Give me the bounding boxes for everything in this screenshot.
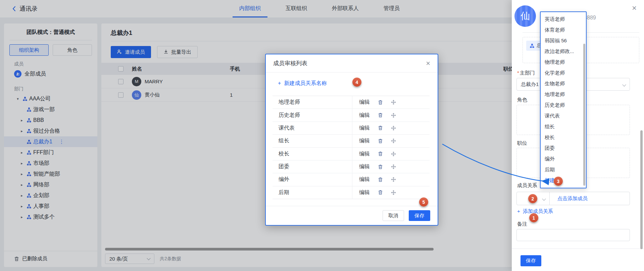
dropdown-option[interactable]: 历史老师: [541, 100, 586, 111]
org-icon: [530, 44, 534, 48]
edit-link[interactable]: 编辑: [359, 163, 370, 170]
annotation-badge-5: 5: [419, 197, 428, 207]
relation-name: 课代表: [273, 122, 352, 134]
dropdown-option[interactable]: 化学老师: [541, 67, 586, 78]
dropdown-option[interactable]: 编外: [541, 154, 586, 165]
edit-link[interactable]: 编辑: [359, 176, 370, 183]
remark-label: 备注: [517, 221, 527, 227]
relation-row: 校长编辑: [273, 148, 430, 161]
relation-row: 编外编辑: [273, 173, 430, 186]
annotation-badge-2: 2: [528, 194, 537, 203]
dropdown-option[interactable]: 团委: [541, 143, 586, 154]
dropdown-option[interactable]: 生物老师: [541, 78, 586, 89]
dropdown-option[interactable]: 物理老师: [541, 57, 586, 67]
relation-label: 成员关系: [517, 182, 537, 189]
dropdown-option[interactable]: 课代表: [541, 111, 586, 122]
relation-name: 后期: [273, 186, 352, 199]
move-icon[interactable]: [391, 113, 396, 118]
page-scrollbar[interactable]: [640, 130, 643, 249]
trash-icon[interactable]: [378, 164, 383, 170]
divider: [512, 249, 644, 249]
trash-icon[interactable]: [378, 100, 383, 105]
role-label: 角色: [517, 97, 527, 103]
edit-link[interactable]: 编辑: [359, 150, 370, 157]
relation-actions: 编辑: [352, 176, 396, 183]
new-relation-name-link[interactable]: + 新建成员关系名称: [278, 80, 327, 87]
new-relation-name-label: 新建成员关系名称: [284, 80, 327, 86]
relation-name: 历史老师: [273, 109, 352, 121]
avatar: 仙: [514, 5, 536, 27]
trash-icon[interactable]: [378, 151, 383, 156]
member-review-modal: 成员审核列表 × + 新建成员关系名称 地理老师编辑历史老师编辑课代表编辑组长编…: [265, 54, 438, 226]
primary-dept-value: 总裁办1: [521, 81, 539, 87]
drawer-close-icon[interactable]: ×: [632, 4, 637, 12]
required-asterisk: *: [517, 70, 519, 76]
move-icon[interactable]: [391, 177, 396, 182]
annotation-badge-4: 4: [352, 78, 361, 87]
relation-row: 历史老师编辑: [273, 109, 430, 122]
trash-icon[interactable]: [378, 138, 383, 144]
dropdown-option[interactable]: 体育老师: [541, 25, 586, 35]
modal-close-icon[interactable]: ×: [426, 60, 430, 67]
cancel-button[interactable]: 取消: [383, 210, 404, 221]
dropdown-option[interactable]: 英语老师: [541, 14, 586, 25]
relation-actions: 编辑: [352, 137, 396, 144]
trash-icon[interactable]: [378, 190, 383, 195]
edit-link[interactable]: 编辑: [359, 125, 370, 132]
relation-row: 组长编辑: [273, 135, 430, 147]
move-icon[interactable]: [391, 138, 396, 143]
relation-name: 编外: [273, 173, 352, 186]
move-icon[interactable]: [391, 100, 396, 105]
add-member-link[interactable]: 点击添加成员: [550, 192, 630, 205]
drawer-save-button[interactable]: 保存: [521, 255, 541, 266]
relation-dropdown: 英语老师体育老师韩国福 56政治老师政...物理老师化学老师生物老师地理老师历史…: [540, 11, 587, 188]
relation-row: 团委编辑: [273, 161, 430, 173]
remark-input[interactable]: [516, 229, 630, 241]
relation-row: 课代表编辑: [273, 122, 430, 135]
annotation-badge-1: 1: [529, 213, 538, 222]
dropdown-option[interactable]: 韩国福 56: [541, 35, 586, 46]
dropdown-option[interactable]: 政治老师政...: [541, 46, 586, 57]
edit-link[interactable]: 编辑: [359, 189, 370, 196]
relation-list: 地理老师编辑历史老师编辑课代表编辑组长编辑校长编辑团委编辑编外编辑后期编辑: [273, 96, 430, 199]
dropdown-option[interactable]: 组长: [541, 122, 586, 132]
relation-actions: 编辑: [352, 125, 396, 132]
relation-row: 后期编辑: [273, 186, 430, 199]
plus-icon: +: [517, 208, 520, 214]
add-relation-label: 添加成员关系: [523, 208, 553, 214]
relation-actions: 编辑: [352, 189, 396, 196]
primary-dept-label: *主部门: [517, 70, 535, 76]
primary-dept-label-text: 主部门: [520, 70, 535, 76]
trash-icon[interactable]: [378, 177, 383, 182]
relation-name: 团委: [273, 161, 352, 173]
relation-name: 组长: [273, 135, 352, 147]
save-button[interactable]: 保存: [409, 210, 430, 221]
edit-link[interactable]: 编辑: [359, 112, 370, 119]
relation-name: 校长: [273, 148, 352, 160]
chevron-down-icon: [622, 83, 626, 86]
relation-row: 地理老师编辑: [273, 96, 430, 109]
relation-actions: 编辑: [352, 112, 396, 119]
relation-actions: 编辑: [352, 150, 396, 157]
dropdown-create-option[interactable]: 新建: [541, 175, 586, 186]
move-icon[interactable]: [391, 164, 396, 169]
relation-name: 地理老师: [273, 96, 352, 108]
move-icon[interactable]: [391, 151, 396, 156]
move-icon[interactable]: [391, 126, 396, 131]
dropdown-scrollbar[interactable]: [583, 44, 585, 186]
relation-actions: 编辑: [352, 163, 396, 170]
chevron-down-icon: [542, 197, 546, 200]
plus-icon: +: [278, 80, 281, 86]
annotation-badge-3: 3: [554, 177, 563, 186]
position-label: 职位: [517, 140, 527, 146]
dropdown-option[interactable]: 地理老师: [541, 89, 586, 100]
dropdown-option[interactable]: 校长: [541, 132, 586, 143]
edit-link[interactable]: 编辑: [359, 137, 370, 144]
move-icon[interactable]: [391, 190, 396, 195]
trash-icon[interactable]: [378, 125, 383, 131]
modal-title: 成员审核列表: [273, 59, 307, 67]
edit-link[interactable]: 编辑: [359, 99, 370, 106]
relation-actions: 编辑: [352, 99, 396, 106]
dropdown-option[interactable]: 后期: [541, 165, 586, 175]
trash-icon[interactable]: [378, 112, 383, 118]
